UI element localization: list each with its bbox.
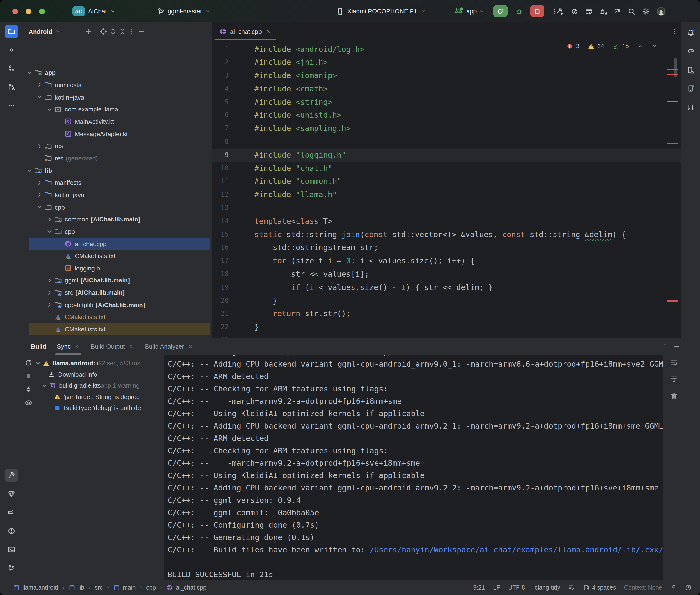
chevron-down-icon[interactable] [40, 382, 48, 390]
stripe-logcat-cat-button[interactable] [4, 506, 18, 519]
project-tree-item[interactable]: kotlin+java [22, 91, 212, 103]
code-line-21[interactable]: 21 return str.str(); [212, 307, 681, 321]
collapse-all-icon[interactable] [119, 28, 126, 35]
build-hammer-run-icon[interactable] [556, 7, 564, 15]
stripe-build-hammer-button[interactable] [4, 469, 18, 482]
stripe-device-manager-button[interactable] [684, 63, 697, 77]
error-stripe-mark[interactable] [667, 301, 678, 302]
chevron-right-icon[interactable] [36, 142, 43, 150]
project-tree-item[interactable]: common[AiChat.lib.main] [22, 213, 212, 225]
chevron-down-icon[interactable] [36, 93, 43, 101]
editor-tab-ai-chat-cpp[interactable]: ai_chat.cpp [214, 22, 276, 40]
chevron-right-icon[interactable] [46, 216, 53, 223]
project-view-selector[interactable]: Android [29, 28, 52, 35]
breadcrumb-item[interactable]: cpp [146, 584, 156, 591]
breadcrumb-item[interactable]: lib [68, 584, 84, 591]
soft-wrap-button[interactable] [669, 358, 679, 368]
stripe-problems-button[interactable] [4, 524, 18, 538]
code-line-13[interactable]: 13 [212, 201, 681, 215]
sync-alphabet-icon[interactable]: A [571, 7, 578, 15]
avatar-icon[interactable] [656, 6, 666, 16]
close-tab-button[interactable]: ✕ [75, 343, 79, 350]
code-line-4[interactable]: 4#include <cmath> [212, 82, 681, 96]
code-line-2[interactable]: 2#include <jni.h> [212, 56, 681, 69]
project-tree-item[interactable]: CMakeLists.txt [22, 323, 212, 336]
chevron-right-icon[interactable] [36, 191, 43, 199]
debug-button[interactable] [515, 7, 523, 15]
project-tree-item[interactable]: cpp-httplib[AiChat.lib.main] [22, 299, 212, 311]
code-line-16[interactable]: 16 std::ostringstream str; [212, 241, 681, 255]
close-tab-button[interactable] [265, 29, 271, 34]
breadcrumb-item[interactable]: src [95, 584, 103, 591]
minimize-window-button[interactable] [26, 8, 31, 14]
chevron-down-icon[interactable] [26, 69, 33, 77]
stripe-git-branch-button[interactable] [4, 561, 18, 575]
stripe-notifications-bell-button[interactable] [684, 26, 697, 39]
project-tree-item[interactable]: ggml[AiChat.lib.main] [22, 274, 212, 286]
error-stripe-mark[interactable] [667, 74, 678, 75]
project-tree-item[interactable]: kotlin+java [22, 189, 212, 201]
code-line-3[interactable]: 3#include <iomanip> [212, 69, 681, 82]
status-item[interactable] [670, 584, 677, 591]
status-item[interactable]: 9:21 [473, 584, 485, 591]
chevron-right-icon[interactable] [46, 277, 53, 284]
locate-target-icon[interactable] [100, 28, 107, 35]
more-vertical-icon[interactable] [128, 28, 136, 35]
stripe-terminal-button[interactable] [4, 543, 18, 556]
code-line-23[interactable]: 23 [212, 334, 681, 338]
stripe-structure-button[interactable] [4, 62, 18, 75]
project-tree-item[interactable]: CMakeLists.txt [22, 311, 212, 323]
build-tree-item[interactable]: llama.android: fi22 sec, 583 ms [22, 358, 164, 369]
hide-build-panel-button[interactable] [673, 343, 680, 350]
close-tab-button[interactable]: ✕ [188, 343, 193, 350]
prev-problem-button[interactable] [637, 43, 643, 49]
gradle-sync-icon[interactable] [614, 7, 621, 15]
code-line-19[interactable]: 19 if (i < values.size() - 1) { str << d… [212, 281, 681, 294]
project-tree-item[interactable]: res(generated) [22, 336, 212, 338]
project-tree-item[interactable]: com.example.llama [22, 103, 212, 115]
project-tree-item[interactable]: cpp [22, 201, 212, 213]
stripe-commit-button[interactable] [4, 43, 18, 57]
plus-icon[interactable] [85, 28, 92, 35]
project-tree-item[interactable]: res(generated) [22, 152, 212, 164]
close-tab-button[interactable]: ✕ [129, 343, 133, 350]
project-tree-item[interactable]: MessageAdapter.kt [22, 128, 212, 140]
build-tab-build-output[interactable]: Build Output✕ [91, 338, 133, 355]
status-item[interactable] [685, 584, 692, 591]
chevron-down-icon[interactable] [34, 360, 42, 367]
code-line-10[interactable]: 10#include "chat.h" [212, 162, 681, 175]
chevron-right-icon[interactable] [36, 81, 43, 89]
status-item[interactable]: .clang-tidy [533, 584, 560, 591]
code-line-18[interactable]: 18 str << values[i]; [212, 267, 681, 281]
rerun-button[interactable] [493, 5, 508, 17]
project-tree-item[interactable]: src[AiChat.lib.main] [22, 287, 212, 299]
chevron-down-icon[interactable] [46, 228, 53, 235]
code-line-6[interactable]: 6#include <unistd.h> [212, 109, 681, 122]
change-stripe-mark[interactable] [667, 101, 678, 103]
hide-minus-icon[interactable] [138, 28, 145, 35]
run-configuration[interactable]: app [466, 8, 477, 15]
code-line-8[interactable]: 8 [212, 135, 681, 148]
build-output-path-link[interactable]: /Users/hanyin/Workspace/ai-chat/examples… [370, 545, 663, 554]
build-variants-icon[interactable] [585, 7, 593, 15]
stripe-running-devices-button[interactable] [684, 82, 697, 95]
maximize-window-button[interactable] [39, 8, 45, 14]
code-editor[interactable]: 1#include <android/log.h>2#include <jni.… [212, 40, 681, 338]
code-line-11[interactable]: 11#include "common.h" [212, 175, 681, 188]
scroll-to-end-button[interactable] [669, 374, 679, 385]
code-line-7[interactable]: 7#include <sampling.h> [212, 122, 681, 136]
device-selector[interactable]: Xiaomi POCOPHONE F1 [336, 0, 426, 22]
settings-gear-icon[interactable] [642, 7, 650, 15]
status-item[interactable]: LF [493, 584, 500, 591]
code-line-20[interactable]: 20 } [212, 294, 681, 307]
breadcrumb-item[interactable]: main [113, 584, 136, 591]
project-tree-item[interactable]: manifests [22, 79, 212, 91]
build-tab-sync[interactable]: Sync✕ [57, 338, 79, 355]
chevron-down-icon[interactable] [46, 106, 53, 113]
status-item[interactable]: 4 spaces [583, 584, 616, 591]
project-tree-item[interactable]: logging.h [22, 262, 212, 274]
stop-button[interactable] [530, 5, 544, 17]
stripe-gemini-chat-button[interactable] [684, 101, 697, 114]
breadcrumb-item[interactable]: ai_chat.cpp [167, 584, 206, 591]
stripe-app-insights-diamond-button[interactable] [4, 487, 18, 501]
